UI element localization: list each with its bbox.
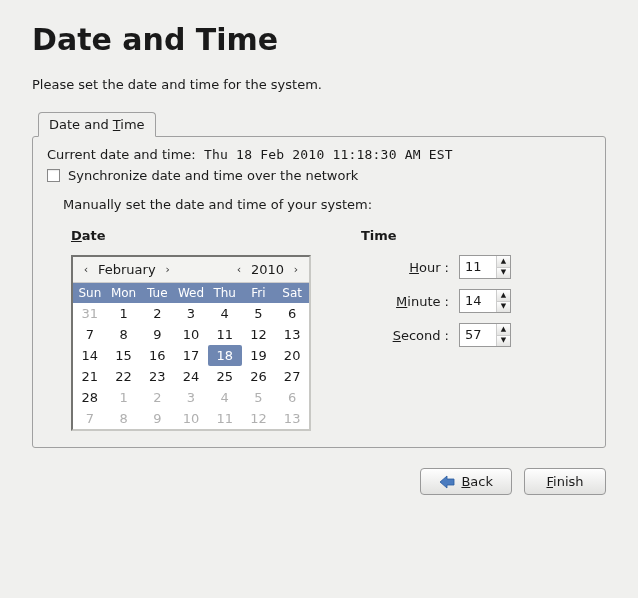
calendar-day[interactable]: 23 [140,366,174,387]
second-label: Second : [393,328,449,343]
current-datetime-label: Current date and time: [47,147,196,162]
date-section-header: Date [71,228,311,243]
calendar-day[interactable]: 18 [208,345,242,366]
calendar-day[interactable]: 9 [140,324,174,345]
back-button[interactable]: Back [420,468,512,495]
calendar-dow: Thu [208,283,242,303]
calendar-day[interactable]: 5 [242,387,276,408]
calendar-day[interactable]: 6 [275,303,309,324]
calendar-day[interactable]: 21 [73,366,107,387]
calendar-day[interactable]: 13 [275,324,309,345]
calendar-day[interactable]: 13 [275,408,309,429]
calendar-dow: Sat [275,283,309,303]
calendar-day[interactable]: 2 [140,387,174,408]
current-datetime-value: Thu 18 Feb 2010 11:18:30 AM EST [204,147,453,162]
hour-down-button[interactable]: ▼ [497,268,510,279]
calendar-day[interactable]: 1 [107,387,141,408]
minute-label: Minute : [396,294,449,309]
calendar-day[interactable]: 4 [208,303,242,324]
calendar-day[interactable]: 14 [73,345,107,366]
calendar-day[interactable]: 7 [73,408,107,429]
calendar-day[interactable]: 28 [73,387,107,408]
tab-date-and-time[interactable]: Date and Time [38,112,156,137]
calendar-year-label[interactable]: 2010 [249,262,286,277]
next-year-button[interactable]: › [290,264,302,275]
calendar-month-label[interactable]: February [96,262,158,277]
calendar-day[interactable]: 26 [242,366,276,387]
calendar-day[interactable]: 8 [107,408,141,429]
calendar-day[interactable]: 8 [107,324,141,345]
calendar-day[interactable]: 9 [140,408,174,429]
calendar-dow: Fri [242,283,276,303]
time-section-header: Time [361,228,511,243]
second-value[interactable]: 57 [460,324,496,346]
hour-value[interactable]: 11 [460,256,496,278]
date-time-panel: Current date and time: Thu 18 Feb 2010 1… [32,136,606,448]
calendar-day[interactable]: 25 [208,366,242,387]
second-up-button[interactable]: ▲ [497,324,510,336]
calendar-day[interactable]: 27 [275,366,309,387]
calendar-day[interactable]: 11 [208,324,242,345]
minute-spinner[interactable]: 14 ▲ ▼ [459,289,511,313]
second-down-button[interactable]: ▼ [497,336,510,347]
hour-label: Hour : [409,260,449,275]
calendar-dow: Wed [174,283,208,303]
calendar-day[interactable]: 15 [107,345,141,366]
hour-up-button[interactable]: ▲ [497,256,510,268]
hour-spinner[interactable]: 11 ▲ ▼ [459,255,511,279]
minute-down-button[interactable]: ▼ [497,302,510,313]
back-button-label: Back [461,474,493,489]
tab-label: Date and Time [49,117,145,132]
calendar-day[interactable]: 11 [208,408,242,429]
calendar-day[interactable]: 6 [275,387,309,408]
current-datetime-row: Current date and time: Thu 18 Feb 2010 1… [47,147,591,162]
calendar-day[interactable]: 10 [174,408,208,429]
calendar-day[interactable]: 17 [174,345,208,366]
calendar-dow: Mon [107,283,141,303]
sync-checkbox[interactable] [47,169,60,182]
calendar-day[interactable]: 10 [174,324,208,345]
second-spinner[interactable]: 57 ▲ ▼ [459,323,511,347]
prev-month-button[interactable]: ‹ [80,264,92,275]
manual-set-label: Manually set the date and time of your s… [63,197,591,212]
calendar-day[interactable]: 2 [140,303,174,324]
calendar-day[interactable]: 20 [275,345,309,366]
calendar-day[interactable]: 5 [242,303,276,324]
next-month-button[interactable]: › [162,264,174,275]
page-instruction: Please set the date and time for the sys… [32,77,606,92]
calendar-widget: ‹ February › ‹ 2010 › SunMonTueWedThuFri… [71,255,311,431]
calendar-day[interactable]: 12 [242,324,276,345]
sync-checkbox-label: Synchronize date and time over the netwo… [68,168,358,183]
calendar-day[interactable]: 1 [107,303,141,324]
calendar-day[interactable]: 12 [242,408,276,429]
prev-year-button[interactable]: ‹ [233,264,245,275]
calendar-dow: Sun [73,283,107,303]
minute-value[interactable]: 14 [460,290,496,312]
finish-button[interactable]: Finish [524,468,606,495]
calendar-day[interactable]: 19 [242,345,276,366]
calendar-day[interactable]: 7 [73,324,107,345]
calendar-day[interactable]: 3 [174,387,208,408]
calendar-dow: Tue [140,283,174,303]
finish-button-label: Finish [546,474,583,489]
back-arrow-icon [439,475,455,489]
calendar-day[interactable]: 31 [73,303,107,324]
calendar-day[interactable]: 16 [140,345,174,366]
calendar-day[interactable]: 24 [174,366,208,387]
calendar-day[interactable]: 22 [107,366,141,387]
minute-up-button[interactable]: ▲ [497,290,510,302]
calendar-day[interactable]: 3 [174,303,208,324]
calendar-day[interactable]: 4 [208,387,242,408]
page-title: Date and Time [32,22,606,57]
